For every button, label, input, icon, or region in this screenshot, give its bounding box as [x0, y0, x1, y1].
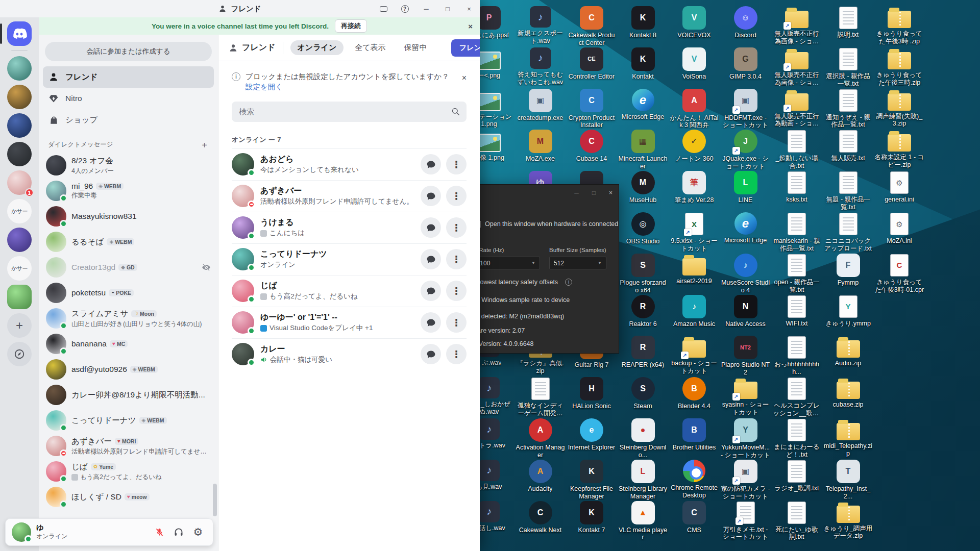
desktop-icon[interactable]: KKontakt — [618, 47, 669, 81]
desktop-icon[interactable]: 名称未設定 1 - コピー.zip — [874, 130, 925, 169]
desktop-icon[interactable]: KKontakt 8 — [618, 6, 669, 39]
mic-muted-icon[interactable] — [151, 523, 168, 541]
sidebar-item-friends[interactable]: フレンド — [43, 66, 214, 88]
tab-all[interactable]: 全て表示 — [348, 40, 393, 55]
desktop-icon[interactable]: WIFI.txt — [771, 295, 822, 328]
dm-item[interactable]: ほしくず / SD♥meow — [43, 484, 214, 510]
headphones-icon[interactable] — [170, 523, 187, 541]
settings-gear-icon[interactable]: ⚙ — [189, 523, 207, 541]
desktop-icon[interactable]: Y↗YukkunMovieM... - ショートカット — [720, 418, 771, 459]
message-button[interactable] — [421, 217, 441, 238]
desktop-icon[interactable]: BBlender 4.4 — [669, 377, 720, 410]
desktop-icon[interactable]: LLINE — [720, 171, 771, 204]
server-icon[interactable] — [7, 56, 32, 81]
sidebar-item-nitro[interactable]: Nitro — [43, 88, 214, 109]
message-button[interactable] — [421, 186, 441, 206]
dm-item[interactable]: じば✿Yumeもう高2だってよ、だるいね — [43, 459, 214, 484]
more-options-button[interactable]: ⋮ — [446, 281, 467, 301]
desktop-icon[interactable]: VVOICEVOX — [669, 6, 720, 39]
desktop-icon[interactable]: MMuseHub — [618, 171, 669, 204]
desktop-icon[interactable]: airset2-2019 — [669, 254, 720, 285]
desktop-icon[interactable]: ↗万引きメモ.txt - ショートカット — [720, 501, 771, 541]
desktop-icon[interactable]: ヘルスコンプレッション__歌詞.txt — [771, 377, 822, 417]
desktop-icon[interactable]: まにまにわーるど！.txt — [771, 418, 822, 459]
dialog-maximize-button[interactable]: □ — [592, 189, 596, 196]
desktop-icon[interactable]: 調声練習(失敗)_3.zip — [874, 89, 925, 128]
desktop-icon[interactable]: KKontakt 7 — [566, 501, 617, 534]
desktop-icon[interactable]: cubase.zip — [823, 377, 874, 409]
dm-item[interactable]: こってりドーナツ◈WEBM — [43, 408, 214, 433]
friend-row[interactable]: じばもう高2だってよ、だるいね⋮ — [232, 275, 467, 307]
desktop-icon[interactable]: KKeepforest File Manager — [566, 460, 617, 500]
desktop-icon[interactable]: ↗無人販売不正行為動画 - ショートカット — [771, 89, 822, 128]
desktop-icon[interactable]: eInternet Explorer — [566, 418, 617, 452]
friend-row[interactable]: ゆーゆー' or '1'='1' --Visual Studio Codeをプレ… — [232, 307, 467, 338]
discord-home-button[interactable] — [7, 21, 32, 46]
desktop-icon[interactable]: ☺Discord — [720, 6, 771, 39]
more-options-button[interactable]: ⋮ — [446, 249, 467, 269]
desktop-icon[interactable]: _起動しない場合.txt — [771, 130, 822, 170]
message-button[interactable] — [421, 344, 441, 364]
server-icon[interactable] — [7, 113, 32, 138]
desktop-icon[interactable]: ↗無人販売不正行為画像 - ショートカット — [771, 47, 822, 87]
desktop-icon[interactable]: ksks.txt — [771, 171, 822, 204]
desktop-icon[interactable]: BBrother Utilities — [669, 418, 720, 452]
desktop-icon[interactable]: LSteinberg Library Manager — [618, 460, 669, 500]
desktop-icon[interactable]: TTelepathy_Inst_2... — [823, 460, 874, 500]
desktop-icon[interactable]: ▣↗家の防犯カメラ - ショートカット — [720, 460, 771, 500]
dm-item[interactable]: asdf@yuto0926◈WEBM — [43, 357, 214, 382]
desktop-icon[interactable]: CEController Editor — [566, 47, 617, 81]
dialog-close-button[interactable]: × — [609, 189, 612, 196]
desktop-icon[interactable]: きゅうり_調声用データ.zip — [823, 501, 874, 540]
desktop-icon[interactable]: ニコニコバックアップロード.txt — [823, 212, 874, 253]
friend-row[interactable]: あずきバー活動者様以外原則フレンド申請許可してません。⋮ — [232, 180, 467, 212]
avatar[interactable] — [12, 522, 31, 542]
server-icon[interactable] — [7, 228, 32, 252]
open-settings-link[interactable]: 設定を開く — [246, 83, 283, 91]
desktop-icon[interactable]: Microsoft Edge — [618, 89, 669, 121]
desktop-icon[interactable]: 通知うぜえ - 親作品一覧.txt — [823, 89, 874, 129]
desktop-icon[interactable]: SPlogue sforzando x64 — [618, 254, 669, 294]
desktop-icon[interactable]: きゅうり食ってた午後3時 .zip — [874, 6, 925, 45]
desktop-icon[interactable]: Cきゅうり食ってた午後3時-01.cpr — [874, 254, 925, 294]
sidebar-item-shop[interactable]: ショップ — [43, 109, 214, 131]
add-server-button[interactable]: + — [7, 313, 32, 338]
desktop-icon[interactable]: 答え知ってもむずいわこれ.wav — [515, 47, 566, 86]
dm-item[interactable]: るるそば◈WEBM — [43, 229, 214, 255]
desktop-icon[interactable]: AActivation Manager — [515, 418, 566, 459]
desktop-icon[interactable]: Microsoft Edge — [720, 212, 771, 244]
server-icon[interactable]: 1 — [7, 170, 32, 195]
desktop-icon[interactable]: midi_Telepathy.zip — [823, 418, 874, 458]
desktop-icon[interactable]: AAudacity — [515, 460, 566, 493]
desktop-icon[interactable]: CCakewalk Product Center — [566, 6, 617, 47]
desktop-icon[interactable]: RReaktor 6 — [618, 295, 669, 328]
desktop-icon[interactable]: 新規エクスポート.wav — [515, 6, 566, 45]
desktop-icon[interactable]: 選択肢 - 親作品一覧.txt — [823, 47, 874, 88]
desktop-icon[interactable]: RREAPER (x64) — [618, 336, 669, 369]
inbox-icon[interactable] — [373, 0, 394, 17]
desktop-icon[interactable]: 説明.txt — [823, 6, 874, 39]
message-button[interactable] — [421, 249, 441, 269]
tab-online[interactable]: オンライン — [290, 40, 344, 55]
desktop-icon[interactable]: 筆筆まめ Ver.28 — [669, 171, 720, 204]
desktop-icon[interactable]: Yきゅうり.ymmp — [823, 295, 874, 328]
more-options-button[interactable]: ⋮ — [446, 186, 467, 206]
desktop-icon[interactable]: ●Steinberg Downlo... — [618, 418, 669, 459]
server-icon[interactable]: かサー — [7, 256, 32, 281]
desktop-icon[interactable]: CCakewalk Next — [515, 501, 566, 534]
desktop-icon[interactable]: FFymmp — [823, 254, 874, 287]
server-icon[interactable] — [7, 85, 32, 109]
desktop-icon[interactable]: おっhhhhhhhhhh... — [771, 336, 822, 376]
buffer-size-select[interactable]: 512 ▼ — [549, 257, 606, 269]
desktop-icon[interactable]: ↗backup - ショートカット — [669, 336, 720, 375]
close-button[interactable]: × — [458, 0, 480, 17]
tab-pending[interactable]: 保留中 — [397, 40, 434, 55]
desktop-icon[interactable]: ♪MuseScore Studio 4 — [720, 254, 771, 294]
desktop-icon[interactable]: open - 親作品一覧.txt — [771, 254, 822, 294]
desktop-icon[interactable]: 無人販売.txt — [823, 130, 874, 162]
friend-row[interactable]: うけまるこんにちは⋮ — [232, 212, 467, 243]
desktop-icon[interactable]: 死にたい_ゆ歌詞.txt — [771, 501, 822, 541]
friend-row[interactable]: こってりドーナツオンライン⋮ — [232, 243, 467, 275]
desktop-icon[interactable]: ラジオ_歌詞.txt — [771, 460, 822, 492]
dialog-minimize-button[interactable]: ─ — [574, 189, 579, 196]
